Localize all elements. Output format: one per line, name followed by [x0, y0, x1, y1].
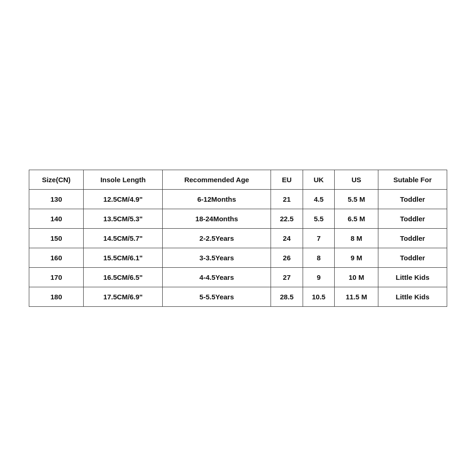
cell-uk: 5.5 — [303, 209, 335, 228]
cell-size: 140 — [29, 209, 84, 228]
cell-insole: 15.5CM/6.1" — [84, 248, 163, 267]
cell-insole: 14.5CM/5.7" — [84, 228, 163, 248]
table-row: 15014.5CM/5.7"2-2.5Years2478 MToddler — [29, 228, 447, 248]
header-us: US — [335, 170, 378, 189]
table-row: 16015.5CM/6.1"3-3.5Years2689 MToddler — [29, 248, 447, 267]
cell-eu: 21 — [271, 189, 303, 209]
table-row: 13012.5CM/4.9"6-12Months214.55.5 MToddle… — [29, 189, 447, 209]
size-chart-table: Size(CN) Insole Length Recommended Age E… — [29, 170, 447, 307]
cell-insole: 17.5CM/6.9" — [84, 287, 163, 306]
table-row: 14013.5CM/5.3"18-24Months22.55.56.5 MTod… — [29, 209, 447, 228]
cell-uk: 4.5 — [303, 189, 335, 209]
cell-size: 150 — [29, 228, 84, 248]
cell-uk: 9 — [303, 267, 335, 287]
cell-age: 5-5.5Years — [163, 287, 271, 306]
cell-uk: 8 — [303, 248, 335, 267]
cell-size: 130 — [29, 189, 84, 209]
cell-size: 180 — [29, 287, 84, 306]
cell-size: 160 — [29, 248, 84, 267]
cell-insole: 13.5CM/5.3" — [84, 209, 163, 228]
cell-uk: 7 — [303, 228, 335, 248]
cell-insole: 16.5CM/6.5" — [84, 267, 163, 287]
header-suitable: Sutable For — [378, 170, 447, 189]
table-row: 17016.5CM/6.5"4-4.5Years27910 MLittle Ki… — [29, 267, 447, 287]
cell-size: 170 — [29, 267, 84, 287]
header-size: Size(CN) — [29, 170, 84, 189]
cell-eu: 28.5 — [271, 287, 303, 306]
table-row: 18017.5CM/6.9"5-5.5Years28.510.511.5 MLi… — [29, 287, 447, 306]
cell-us: 6.5 M — [335, 209, 378, 228]
cell-eu: 24 — [271, 228, 303, 248]
cell-eu: 26 — [271, 248, 303, 267]
cell-suitable: Toddler — [378, 228, 447, 248]
cell-suitable: Toddler — [378, 189, 447, 209]
header-eu: EU — [271, 170, 303, 189]
cell-us: 9 M — [335, 248, 378, 267]
header-insole: Insole Length — [84, 170, 163, 189]
cell-us: 8 M — [335, 228, 378, 248]
cell-eu: 27 — [271, 267, 303, 287]
table-header-row: Size(CN) Insole Length Recommended Age E… — [29, 170, 447, 189]
cell-uk: 10.5 — [303, 287, 335, 306]
cell-suitable: Toddler — [378, 248, 447, 267]
cell-us: 5.5 M — [335, 189, 378, 209]
cell-suitable: Little Kids — [378, 267, 447, 287]
cell-age: 18-24Months — [163, 209, 271, 228]
cell-us: 11.5 M — [335, 287, 378, 306]
cell-us: 10 M — [335, 267, 378, 287]
header-age: Recommended Age — [163, 170, 271, 189]
cell-age: 4-4.5Years — [163, 267, 271, 287]
cell-suitable: Toddler — [378, 209, 447, 228]
cell-insole: 12.5CM/4.9" — [84, 189, 163, 209]
size-chart-container: Size(CN) Insole Length Recommended Age E… — [29, 170, 447, 307]
cell-suitable: Little Kids — [378, 287, 447, 306]
cell-eu: 22.5 — [271, 209, 303, 228]
cell-age: 2-2.5Years — [163, 228, 271, 248]
cell-age: 3-3.5Years — [163, 248, 271, 267]
cell-age: 6-12Months — [163, 189, 271, 209]
header-uk: UK — [303, 170, 335, 189]
